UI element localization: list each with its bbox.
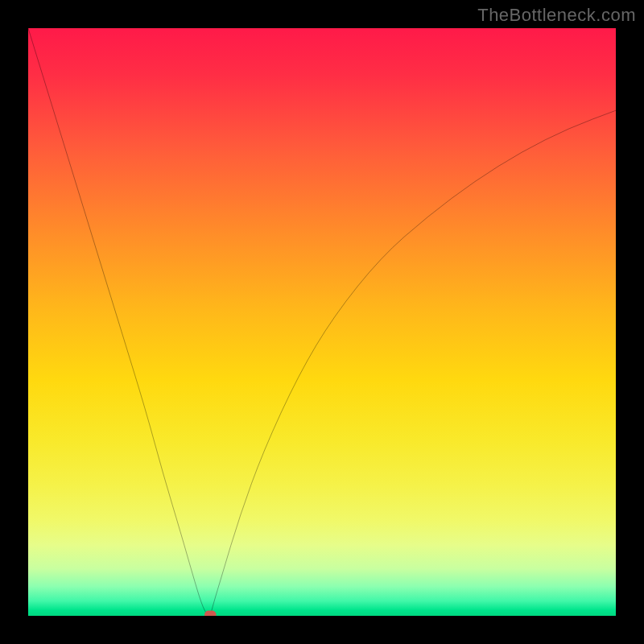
watermark-text: TheBottleneck.com: [477, 5, 636, 26]
bottleneck-curve: [28, 28, 616, 616]
curve-layer: [28, 28, 616, 616]
plot-area: [28, 28, 616, 616]
chart-frame: TheBottleneck.com: [0, 0, 644, 644]
min-marker: [204, 610, 217, 616]
